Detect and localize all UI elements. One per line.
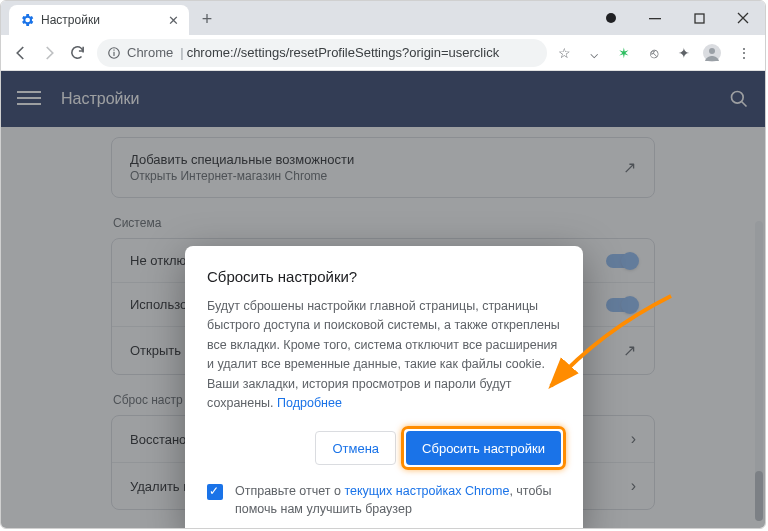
reload-button[interactable] (63, 39, 91, 67)
svg-point-7 (709, 48, 715, 54)
star-icon[interactable]: ☆ (553, 45, 575, 61)
address-bar: Chrome | chrome://settings/resetProfileS… (1, 35, 765, 71)
browser-window: Настройки ✕ + Chrome | chrome://settings… (0, 0, 766, 529)
confirm-reset-button[interactable]: Сбросить настройки (406, 431, 561, 465)
tab-title: Настройки (41, 13, 168, 27)
report-checkbox[interactable] (207, 484, 223, 500)
settings-favicon (19, 12, 35, 28)
browser-tab[interactable]: Настройки ✕ (9, 5, 189, 35)
cancel-button[interactable]: Отмена (315, 431, 396, 465)
titlebar: Настройки ✕ + (1, 1, 765, 35)
dialog-body: Будут сброшены настройки главной страниц… (207, 297, 561, 413)
svg-rect-2 (695, 14, 704, 23)
content-area: Настройки Добавить специальные возможнос… (1, 71, 765, 528)
dialog-actions: Отмена Сбросить настройки (207, 431, 561, 465)
url-bar[interactable]: Chrome | chrome://settings/resetProfileS… (97, 39, 547, 67)
extensions-icon[interactable]: ✦ (673, 45, 695, 61)
evernote-icon[interactable]: ✶ (613, 45, 635, 61)
menu-icon[interactable]: ⋮ (733, 45, 755, 61)
reset-dialog: Сбросить настройки? Будут сброшены настр… (185, 246, 583, 529)
account-dot-icon[interactable] (589, 5, 633, 31)
svg-point-0 (606, 13, 616, 23)
maximize-button[interactable] (677, 5, 721, 31)
url-path: chrome://settings/resetProfileSettings?o… (187, 45, 500, 60)
toolbar-icons: ☆ ⌵ ✶ ⎋ ✦ ⋮ (553, 44, 755, 62)
forward-button[interactable] (35, 39, 63, 67)
profile-icon[interactable] (703, 44, 725, 62)
new-tab-button[interactable]: + (195, 8, 219, 32)
pocket-icon[interactable]: ⌵ (583, 45, 605, 61)
window-controls (589, 5, 765, 35)
dialog-title: Сбросить настройки? (207, 268, 561, 285)
info-icon (107, 46, 121, 60)
tab-close-icon[interactable]: ✕ (168, 13, 179, 28)
back-button[interactable] (7, 39, 35, 67)
lock-icon[interactable]: ⎋ (643, 45, 665, 61)
minimize-button[interactable] (633, 5, 677, 31)
svg-rect-4 (113, 51, 114, 55)
close-window-button[interactable] (721, 5, 765, 31)
learn-more-link[interactable]: Подробнее (277, 396, 342, 410)
url-scheme: Chrome (127, 45, 173, 60)
report-helper: Отправьте отчет о текущих настройках Chr… (207, 483, 561, 518)
svg-rect-5 (113, 49, 114, 50)
svg-rect-1 (649, 18, 661, 19)
current-settings-link[interactable]: текущих настройках Chrome (344, 484, 509, 498)
